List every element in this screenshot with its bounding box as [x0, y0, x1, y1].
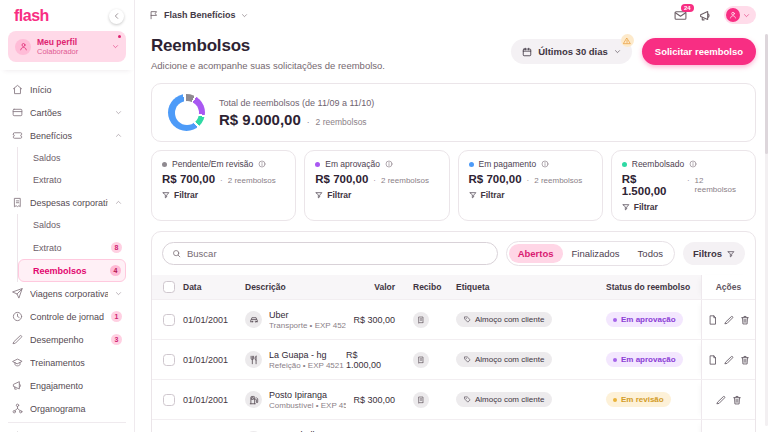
tab-abertos[interactable]: Abertos: [509, 244, 563, 263]
divider: [8, 422, 126, 423]
status-dot: [613, 398, 617, 402]
page-title: Reembolsos: [151, 36, 385, 56]
despesas-sublist: Saldos Extrato 8 Reembolsos 4: [17, 214, 126, 282]
edit-button[interactable]: [716, 395, 726, 405]
status-card-amount: R$ 1.500,00: [622, 173, 682, 197]
row-date: 01/01/2001: [183, 420, 245, 432]
sidebar-item-treinamentos[interactable]: Treinamentos: [8, 351, 126, 374]
filter-button[interactable]: Filtrar: [162, 190, 285, 200]
sidebar-item-reembolsos[interactable]: Reembolsos 4: [18, 259, 126, 282]
sidebar-item-desempenho[interactable]: Desempenho 3: [8, 328, 126, 351]
status-dot: [613, 358, 617, 362]
sidebar-item-organograma[interactable]: Organograma: [8, 397, 126, 420]
content: Reembolsos Adicione e acompanhe suas sol…: [135, 30, 768, 432]
delete-button[interactable]: [740, 315, 750, 325]
status-dot: [622, 162, 627, 167]
request-reimbursement-button[interactable]: Solicitar reembolso: [642, 38, 756, 65]
sidebar: flash Meu perfil Colaborador: [0, 0, 135, 432]
receipt-icon: [417, 356, 425, 364]
sidebar-header: flash Meu perfil Colaborador: [0, 0, 134, 70]
row-checkbox[interactable]: [163, 314, 175, 326]
status-card-label: Em pagamento: [479, 159, 537, 169]
status-card-amount: R$ 700,00: [162, 173, 215, 185]
reimbursements-donut-chart: [168, 94, 205, 131]
status-card-count: 2 reembolsos: [381, 176, 429, 185]
account-menu[interactable]: [724, 6, 756, 24]
announcements-button[interactable]: [699, 9, 712, 22]
sidebar-item-engajamento[interactable]: Engajamento: [8, 374, 126, 397]
profile-menu[interactable]: Meu perfil Colaborador: [8, 31, 126, 62]
status-dot: [613, 318, 617, 322]
view-receipt-button[interactable]: [708, 355, 718, 365]
chevron-down-icon: [115, 109, 122, 116]
delete-button[interactable]: [732, 395, 742, 405]
sidebar-item-beneficios[interactable]: Benefícios: [8, 124, 126, 147]
status-card-label: Reembolsado: [632, 159, 684, 169]
column-header-data: Data: [183, 275, 245, 299]
sidebar-item-configuracoes-do-perfil[interactable]: Configurações do perfil: [8, 425, 126, 432]
pencil-icon: [716, 395, 726, 405]
sidebar-item-label: Cartões: [30, 108, 108, 118]
info-icon[interactable]: [689, 160, 697, 168]
tag-icon: [464, 316, 471, 323]
sidebar-item-despesas-extrato[interactable]: Extrato 8: [18, 236, 126, 259]
filter-button[interactable]: Filtrar: [315, 190, 438, 200]
receipt-button[interactable]: [413, 392, 429, 408]
filter-button[interactable]: Filtrar: [622, 202, 745, 212]
tab-todos[interactable]: Todos: [629, 244, 672, 263]
summary-amount: R$ 9.000,00: [219, 111, 301, 128]
sidebar-item-despesas-corporativas[interactable]: Despesas corporativas: [8, 191, 126, 214]
search-box: [162, 242, 498, 265]
pencil-icon: [724, 355, 734, 365]
sidebar-item-beneficios-extrato[interactable]: Extrato: [18, 169, 126, 191]
edit-button[interactable]: [724, 315, 734, 325]
sidebar-item-viagens-corporativas[interactable]: Viagens corporativas: [8, 282, 126, 305]
receipt-button[interactable]: [413, 312, 429, 328]
sidebar-item-controle-de-jornada[interactable]: Controle de jornada 1: [8, 305, 126, 328]
row-value: R$ 350,00: [346, 420, 401, 432]
search-input[interactable]: [187, 248, 488, 259]
sidebar-item-despesas-saldos[interactable]: Saldos: [18, 214, 126, 236]
page-subtitle: Adicione e acompanhe suas solicitações d…: [151, 60, 385, 71]
row-checkbox[interactable]: [163, 354, 175, 366]
filters-button[interactable]: Filtros: [683, 242, 745, 265]
filter-button[interactable]: Filtrar: [469, 190, 592, 200]
status-card-pendente: Pendente/Em revisão R$ 700,00 · 2 reembo…: [151, 150, 296, 221]
trash-icon: [740, 315, 750, 325]
sidebar-item-label: Início: [30, 85, 122, 95]
column-header-status: Status do reembolso: [606, 275, 701, 299]
status-card-reembolsado: Reembolsado R$ 1.500,00 · 12 reembolsos …: [611, 150, 756, 221]
tab-finalizados[interactable]: Finalizados: [563, 244, 629, 263]
edit-button[interactable]: [724, 355, 734, 365]
tag-pill[interactable]: Almoço com cliente: [456, 392, 552, 407]
column-header-etiqueta: Etiqueta: [456, 275, 606, 299]
sidebar-item-cartoes[interactable]: Cartões: [8, 101, 126, 124]
period-filter-button[interactable]: Últimos 30 dias: [511, 39, 632, 64]
receipt-button[interactable]: [413, 352, 429, 368]
tag-pill[interactable]: Almoço com cliente: [456, 312, 552, 327]
select-all-checkbox[interactable]: [163, 281, 175, 293]
sidebar-item-beneficios-saldos[interactable]: Saldos: [18, 147, 126, 169]
profile-subtitle: Colaborador: [37, 47, 106, 56]
sidebar-item-inicio[interactable]: Início: [8, 78, 126, 101]
mail-button[interactable]: 24: [674, 9, 687, 22]
info-icon[interactable]: [541, 160, 549, 168]
calendar-icon: [522, 47, 532, 57]
count-badge: 3: [111, 334, 122, 345]
dot-separator: ·: [373, 176, 376, 185]
app-icon: [149, 10, 159, 20]
sidebar-collapse-button[interactable]: [109, 9, 124, 24]
delete-button[interactable]: [740, 355, 750, 365]
info-icon[interactable]: [385, 160, 393, 168]
app-switcher[interactable]: Flash Benefícios: [149, 10, 248, 20]
trash-icon: [740, 355, 750, 365]
row-checkbox[interactable]: [163, 394, 175, 406]
chevron-down-icon: [112, 43, 119, 51]
view-receipt-button[interactable]: [708, 315, 718, 325]
tag-pill[interactable]: Almoço com cliente: [456, 352, 552, 367]
pencil-icon: [724, 315, 734, 325]
table-toolbar: Abertos Finalizados Todos Filtros: [152, 232, 755, 275]
info-icon[interactable]: [258, 160, 266, 168]
chevron-down-icon: [241, 12, 248, 19]
document-icon: [708, 315, 718, 325]
